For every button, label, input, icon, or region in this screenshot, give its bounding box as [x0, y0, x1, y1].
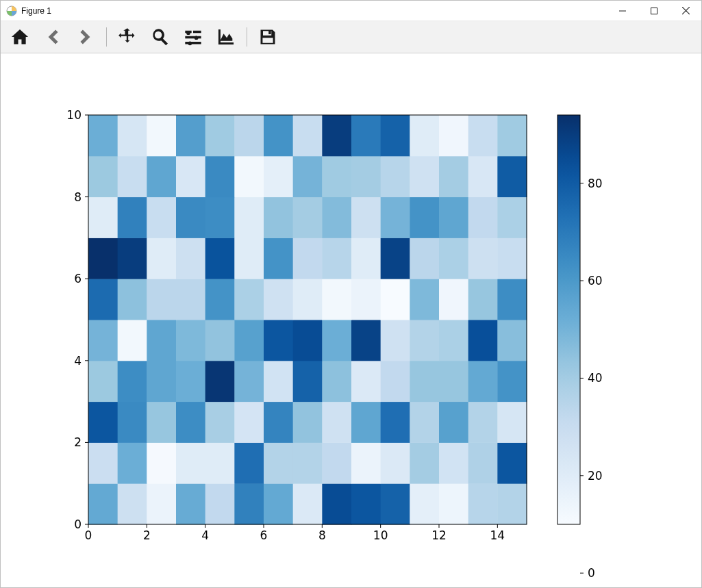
- svg-rect-94: [497, 279, 527, 320]
- svg-rect-28: [322, 442, 351, 483]
- svg-rect-27: [293, 442, 323, 483]
- svg-rect-151: [410, 115, 439, 156]
- svg-rect-49: [497, 402, 527, 443]
- svg-rect-73: [322, 320, 351, 361]
- svg-rect-149: [351, 115, 381, 156]
- svg-rect-78: [468, 320, 498, 361]
- svg-rect-89: [351, 279, 381, 320]
- svg-text:4: 4: [201, 528, 209, 542]
- close-button[interactable]: [670, 1, 701, 21]
- svg-rect-111: [118, 197, 147, 238]
- svg-rect-58: [322, 361, 351, 402]
- svg-rect-79: [497, 320, 527, 361]
- mpl-toolbar: [1, 21, 701, 53]
- svg-text:8: 8: [318, 528, 326, 542]
- svg-rect-117: [293, 197, 323, 238]
- svg-rect-108: [468, 238, 498, 279]
- svg-rect-97: [147, 238, 176, 279]
- svg-rect-142: [147, 115, 176, 156]
- svg-rect-31: [410, 442, 439, 483]
- figure-window: Figure 1 0246810: [0, 0, 702, 588]
- save-button[interactable]: [253, 23, 283, 51]
- svg-rect-6: [118, 483, 147, 524]
- svg-rect-66: [118, 320, 147, 361]
- maximize-button[interactable]: [638, 1, 670, 21]
- svg-rect-96: [118, 238, 147, 279]
- svg-rect-60: [381, 361, 410, 402]
- svg-rect-7: [147, 483, 176, 524]
- svg-rect-140: [88, 115, 118, 156]
- svg-rect-107: [439, 238, 468, 279]
- configure-subplots-button[interactable]: [178, 23, 208, 51]
- svg-text:20: 20: [588, 469, 603, 483]
- svg-rect-135: [381, 156, 410, 197]
- svg-rect-38: [176, 402, 205, 443]
- svg-rect-35: [88, 402, 118, 443]
- svg-rect-116: [264, 197, 293, 238]
- forward-button[interactable]: [71, 23, 101, 51]
- svg-text:0: 0: [588, 566, 595, 580]
- svg-text:10: 10: [373, 528, 388, 542]
- svg-rect-136: [410, 156, 439, 197]
- svg-rect-62: [439, 361, 468, 402]
- svg-text:8: 8: [74, 190, 82, 204]
- edit-axis-button[interactable]: [211, 23, 241, 51]
- svg-rect-54: [205, 361, 235, 402]
- titlebar: Figure 1: [1, 1, 701, 21]
- svg-rect-125: [88, 156, 118, 197]
- svg-text:6: 6: [74, 272, 82, 285]
- svg-rect-130: [234, 156, 264, 197]
- svg-rect-25: [234, 442, 264, 483]
- toolbar-separator: [247, 27, 247, 47]
- zoom-button[interactable]: [145, 23, 175, 51]
- svg-rect-36: [118, 402, 147, 443]
- svg-rect-152: [439, 115, 468, 156]
- svg-text:6: 6: [260, 528, 268, 542]
- svg-rect-65: [88, 320, 118, 361]
- home-button[interactable]: [5, 23, 35, 51]
- svg-rect-84: [205, 279, 235, 320]
- svg-rect-44: [351, 402, 381, 443]
- svg-rect-122: [439, 197, 468, 238]
- svg-rect-100: [234, 238, 264, 279]
- svg-rect-93: [468, 279, 498, 320]
- svg-rect-17: [439, 483, 468, 524]
- toolbar-separator: [106, 27, 107, 47]
- svg-rect-138: [468, 156, 498, 197]
- plot-canvas[interactable]: 024681012140246810020406080: [1, 53, 701, 587]
- svg-rect-113: [176, 197, 205, 238]
- svg-rect-76: [410, 320, 439, 361]
- svg-rect-134: [351, 156, 381, 197]
- svg-rect-90: [381, 279, 410, 320]
- svg-rect-115: [234, 197, 264, 238]
- svg-rect-121: [410, 197, 439, 238]
- svg-rect-48: [468, 402, 498, 443]
- pan-button[interactable]: [112, 23, 142, 51]
- svg-rect-5: [88, 483, 118, 524]
- svg-rect-110: [88, 197, 118, 238]
- svg-rect-55: [234, 361, 264, 402]
- svg-rect-15: [381, 483, 410, 524]
- svg-rect-103: [322, 238, 351, 279]
- svg-rect-91: [410, 279, 439, 320]
- svg-rect-112: [147, 197, 176, 238]
- svg-rect-61: [410, 361, 439, 402]
- svg-rect-64: [497, 361, 527, 402]
- svg-rect-70: [234, 320, 264, 361]
- svg-rect-150: [381, 115, 410, 156]
- svg-rect-104: [351, 238, 381, 279]
- svg-rect-42: [293, 402, 323, 443]
- minimize-button[interactable]: [607, 1, 638, 21]
- back-button[interactable]: [38, 23, 68, 51]
- svg-rect-99: [205, 238, 235, 279]
- svg-rect-33: [468, 442, 498, 483]
- svg-rect-34: [497, 442, 527, 483]
- svg-rect-9: [205, 483, 235, 524]
- svg-rect-102: [293, 238, 323, 279]
- svg-text:10: 10: [66, 108, 82, 122]
- svg-rect-26: [264, 442, 293, 483]
- svg-rect-154: [497, 115, 527, 156]
- svg-rect-101: [264, 238, 293, 279]
- svg-rect-14: [351, 483, 381, 524]
- svg-rect-129: [205, 156, 235, 197]
